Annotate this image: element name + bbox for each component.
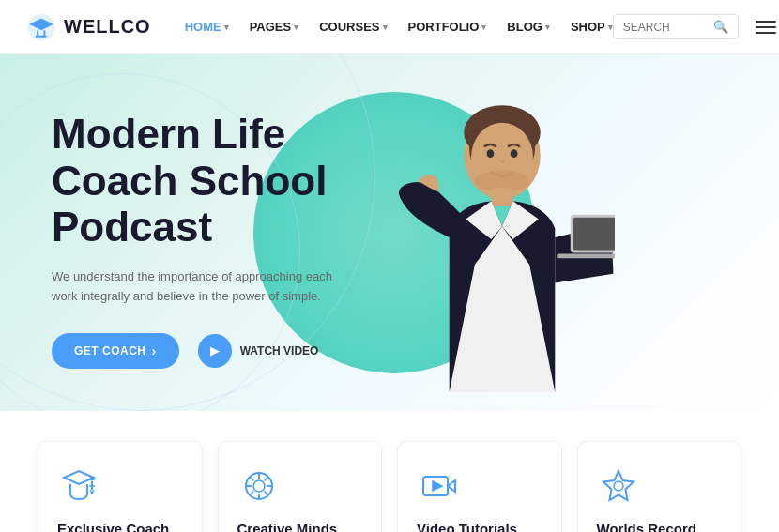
search-box[interactable]: 🔍 bbox=[613, 14, 739, 39]
hamburger-menu[interactable] bbox=[752, 17, 779, 38]
nav-right: 🔍 bbox=[613, 14, 779, 39]
svg-point-11 bbox=[511, 149, 518, 158]
svg-rect-3 bbox=[43, 30, 45, 36]
svg-line-30 bbox=[264, 492, 268, 496]
chevron-down-icon: ▾ bbox=[294, 23, 298, 32]
hero-content: Modern Life Coach School Podcast We unde… bbox=[52, 111, 408, 369]
chevron-down-icon: ▾ bbox=[224, 23, 229, 32]
card-title-creative-minds: Creative Minds bbox=[237, 521, 363, 532]
svg-rect-4 bbox=[36, 35, 47, 37]
chevron-down-icon: ▾ bbox=[545, 23, 550, 32]
nav-courses[interactable]: COURSES ▾ bbox=[319, 20, 387, 34]
svg-rect-15 bbox=[573, 218, 615, 251]
watch-video-button[interactable]: ▶ WATCH VIDEO bbox=[198, 334, 319, 368]
nav-portfolio[interactable]: PORTFOLIO ▾ bbox=[408, 20, 487, 34]
cards-section: Exclusive Coach We have a flexible, high… bbox=[0, 411, 779, 532]
svg-marker-36 bbox=[603, 471, 634, 500]
card-title-exclusive-coach: Exclusive Coach bbox=[57, 521, 183, 532]
svg-rect-2 bbox=[37, 30, 38, 36]
nav-links: HOME ▾ PAGES ▾ COURSES ▾ PORTFOLIO ▾ BLO… bbox=[185, 20, 613, 34]
svg-rect-16 bbox=[557, 253, 615, 258]
svg-line-32 bbox=[250, 492, 254, 496]
svg-marker-17 bbox=[64, 471, 94, 484]
hero-subtitle: We understand the importance of approach… bbox=[52, 267, 333, 307]
video-icon bbox=[417, 464, 460, 508]
hero-buttons: GET COACH › ▶ WATCH VIDEO bbox=[52, 333, 408, 369]
nav-pages[interactable]: PAGES ▾ bbox=[250, 20, 299, 34]
card-worlds-record: Worlds Record What separates theme from … bbox=[577, 441, 742, 532]
svg-line-29 bbox=[250, 477, 254, 481]
chevron-down-icon: ▾ bbox=[383, 23, 388, 32]
svg-point-10 bbox=[487, 149, 495, 158]
svg-point-20 bbox=[90, 477, 95, 481]
brand-name: WELLCO bbox=[64, 16, 151, 38]
svg-line-31 bbox=[264, 477, 268, 481]
logo-icon bbox=[26, 12, 56, 42]
svg-point-24 bbox=[253, 480, 265, 492]
svg-rect-13 bbox=[491, 189, 512, 206]
nav-home[interactable]: HOME ▾ bbox=[185, 20, 229, 34]
minds-icon bbox=[237, 464, 281, 508]
hero-person-image bbox=[371, 64, 634, 392]
navbar: WELLCO HOME ▾ PAGES ▾ COURSES ▾ PORTFOLI… bbox=[0, 0, 779, 54]
hero-title: Modern Life Coach School Podcast bbox=[52, 111, 408, 251]
nav-blog[interactable]: BLOG ▾ bbox=[507, 20, 550, 34]
svg-marker-34 bbox=[448, 480, 455, 492]
card-title-worlds-record: Worlds Record bbox=[597, 521, 723, 532]
arrow-icon: › bbox=[152, 343, 157, 358]
nav-shop[interactable]: SHOP ▾ bbox=[571, 20, 613, 34]
play-icon: ▶ bbox=[198, 334, 232, 368]
card-video-tutorials: Video Tutorials We understand the import… bbox=[397, 441, 562, 532]
coach-icon bbox=[57, 464, 100, 508]
svg-marker-35 bbox=[433, 481, 442, 491]
hero-section: Modern Life Coach School Podcast We unde… bbox=[0, 54, 779, 411]
get-coach-button[interactable]: GET COACH › bbox=[52, 333, 179, 369]
person-illustration bbox=[390, 83, 615, 392]
record-icon bbox=[597, 464, 640, 508]
search-input[interactable] bbox=[623, 21, 708, 34]
search-icon[interactable]: 🔍 bbox=[713, 20, 728, 34]
card-title-video-tutorials: Video Tutorials bbox=[417, 521, 542, 532]
chevron-down-icon: ▾ bbox=[481, 23, 486, 32]
card-exclusive-coach: Exclusive Coach We have a flexible, high… bbox=[38, 441, 203, 532]
svg-point-37 bbox=[614, 481, 623, 491]
card-creative-minds: Creative Minds You not only develop your… bbox=[218, 441, 383, 532]
logo[interactable]: WELLCO bbox=[26, 12, 151, 42]
